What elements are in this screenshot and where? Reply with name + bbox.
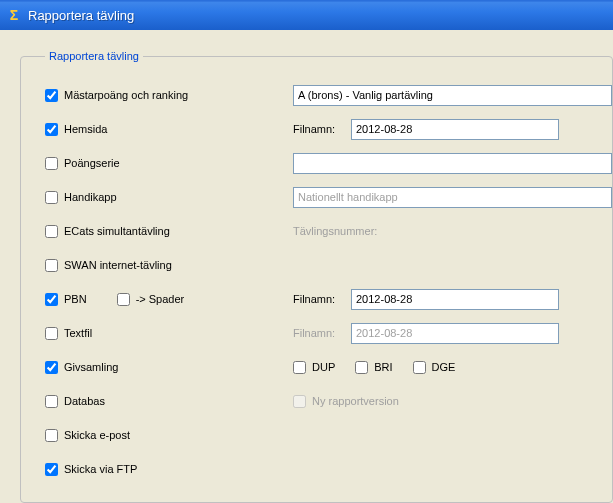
checkbox-givsamling[interactable]: Givsamling <box>45 361 118 374</box>
checkbox-ecats-label: ECats simultantävling <box>64 225 170 237</box>
checkbox-ecats[interactable]: ECats simultantävling <box>45 225 170 238</box>
checkbox-dup-input[interactable] <box>293 361 306 374</box>
row-mastarpoang: Mästarpoäng och ranking A (brons) - Vanl… <box>45 78 612 112</box>
group-legend: Rapportera tävling <box>45 50 143 62</box>
checkbox-bri-label: BRI <box>374 361 392 373</box>
label-ecats-tavlingsnummer: Tävlingsnummer: <box>293 225 377 237</box>
checkbox-databas-label: Databas <box>64 395 105 407</box>
row-ftp: Skicka via FTP <box>45 452 612 486</box>
label-hemsida-filnamn: Filnamn: <box>293 123 351 135</box>
input-textfil-filnamn <box>351 323 559 344</box>
client-area: Rapportera tävling Mästarpoäng och ranki… <box>0 30 613 503</box>
checkbox-ny-rapportversion-input <box>293 395 306 408</box>
titlebar: Σ Rapportera tävling <box>0 0 613 30</box>
select-mastarpoang[interactable]: A (brons) - Vanlig partävling <box>293 85 612 106</box>
checkbox-bri[interactable]: BRI <box>355 361 392 374</box>
checkbox-hemsida-input[interactable] <box>45 123 58 136</box>
select-mastarpoang-value: A (brons) - Vanlig partävling <box>298 89 433 101</box>
checkbox-ftp-label: Skicka via FTP <box>64 463 137 475</box>
checkbox-poangserie[interactable]: Poängserie <box>45 157 120 170</box>
checkbox-handikapp-input[interactable] <box>45 191 58 204</box>
checkbox-spader[interactable]: -> Spader <box>117 293 185 306</box>
checkbox-bri-input[interactable] <box>355 361 368 374</box>
checkbox-spader-label: -> Spader <box>136 293 185 305</box>
row-ecats: ECats simultantävling Tävlingsnummer: <box>45 214 612 248</box>
checkbox-textfil-input[interactable] <box>45 327 58 340</box>
row-hemsida: Hemsida Filnamn: <box>45 112 612 146</box>
checkbox-hemsida-label: Hemsida <box>64 123 107 135</box>
window-title: Rapportera tävling <box>28 8 134 23</box>
checkbox-ny-rapportversion: Ny rapportversion <box>293 395 399 408</box>
checkbox-spader-input[interactable] <box>117 293 130 306</box>
row-givsamling: Givsamling DUP BRI <box>45 350 612 384</box>
checkbox-hemsida[interactable]: Hemsida <box>45 123 107 136</box>
checkbox-dup-label: DUP <box>312 361 335 373</box>
input-poangserie[interactable] <box>293 153 612 174</box>
checkbox-swan-input[interactable] <box>45 259 58 272</box>
row-textfil: Textfil Filnamn: <box>45 316 612 350</box>
row-databas: Databas Ny rapportversion <box>45 384 612 418</box>
checkbox-mastarpoang-input[interactable] <box>45 89 58 102</box>
checkbox-pbn-label: PBN <box>64 293 87 305</box>
label-textfil-filnamn: Filnamn: <box>293 327 351 339</box>
checkbox-dge[interactable]: DGE <box>413 361 456 374</box>
row-swan: SWAN internet-tävling <box>45 248 612 282</box>
rows-container: Mästarpoäng och ranking A (brons) - Vanl… <box>45 78 612 486</box>
row-handikapp: Handikapp Nationellt handikapp <box>45 180 612 214</box>
group-rapportera: Rapportera tävling Mästarpoäng och ranki… <box>20 50 613 503</box>
checkbox-epost-label: Skicka e-post <box>64 429 130 441</box>
checkbox-ftp[interactable]: Skicka via FTP <box>45 463 137 476</box>
checkbox-databas-input[interactable] <box>45 395 58 408</box>
label-pbn-filnamn: Filnamn: <box>293 293 351 305</box>
window: Σ Rapportera tävling Rapportera tävling … <box>0 0 613 503</box>
app-sigma-icon: Σ <box>6 7 22 23</box>
checkbox-dup[interactable]: DUP <box>293 361 335 374</box>
checkbox-poangserie-label: Poängserie <box>64 157 120 169</box>
checkbox-textfil-label: Textfil <box>64 327 92 339</box>
checkbox-ecats-input[interactable] <box>45 225 58 238</box>
checkbox-epost[interactable]: Skicka e-post <box>45 429 130 442</box>
checkbox-ftp-input[interactable] <box>45 463 58 476</box>
input-pbn-filnamn[interactable] <box>351 289 559 310</box>
checkbox-mastarpoang[interactable]: Mästarpoäng och ranking <box>45 89 188 102</box>
checkbox-dge-input[interactable] <box>413 361 426 374</box>
checkbox-epost-input[interactable] <box>45 429 58 442</box>
checkbox-givsamling-label: Givsamling <box>64 361 118 373</box>
checkbox-swan[interactable]: SWAN internet-tävling <box>45 259 172 272</box>
checkbox-textfil[interactable]: Textfil <box>45 327 92 340</box>
checkbox-dge-label: DGE <box>432 361 456 373</box>
checkbox-poangserie-input[interactable] <box>45 157 58 170</box>
input-hemsida-filnamn[interactable] <box>351 119 559 140</box>
select-handikapp-value: Nationellt handikapp <box>298 191 398 203</box>
checkbox-databas[interactable]: Databas <box>45 395 105 408</box>
checkbox-handikapp-label: Handikapp <box>64 191 117 203</box>
checkbox-handikapp[interactable]: Handikapp <box>45 191 117 204</box>
checkbox-mastarpoang-label: Mästarpoäng och ranking <box>64 89 188 101</box>
checkbox-pbn-input[interactable] <box>45 293 58 306</box>
checkbox-pbn[interactable]: PBN <box>45 293 87 306</box>
checkbox-givsamling-input[interactable] <box>45 361 58 374</box>
row-poangserie: Poängserie <box>45 146 612 180</box>
row-epost: Skicka e-post <box>45 418 612 452</box>
checkbox-ny-rapportversion-label: Ny rapportversion <box>312 395 399 407</box>
row-pbn: PBN -> Spader Filnamn: <box>45 282 612 316</box>
checkbox-swan-label: SWAN internet-tävling <box>64 259 172 271</box>
select-handikapp[interactable]: Nationellt handikapp <box>293 187 612 208</box>
